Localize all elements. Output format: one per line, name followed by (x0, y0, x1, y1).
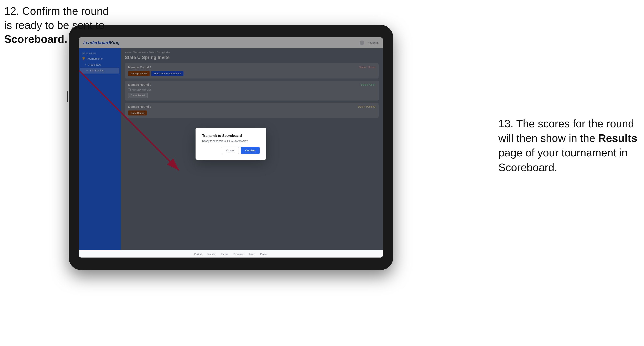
modal-confirm-button[interactable]: Confirm (241, 147, 260, 154)
transmit-modal: Transmit to Scoreboard Ready to send thi… (196, 128, 266, 160)
annotation-right: 13. The scores for the round will then s… (498, 116, 640, 175)
footer-link[interactable]: Product (194, 253, 202, 255)
modal-title: Transmit to Scoreboard (202, 134, 260, 138)
footer-link[interactable]: Resources (233, 253, 244, 255)
footer-link[interactable]: Privacy (260, 253, 268, 255)
modal-cancel-button[interactable]: Cancel (222, 147, 239, 154)
modal-subtitle: Ready to send this round to Scoreboard? (202, 140, 260, 143)
footer: ProductFeaturesPricingResourcesTermsPriv… (79, 250, 383, 258)
tablet-side-button (67, 91, 68, 102)
footer-link[interactable]: Features (207, 253, 216, 255)
tablet-screen: LeaderboardKing → Sign In MAIN MENU 🏆 To… (79, 37, 383, 258)
modal-backdrop: Transmit to Scoreboard Ready to send thi… (79, 37, 383, 250)
footer-link[interactable]: Terms (249, 253, 255, 255)
footer-link[interactable]: Pricing (221, 253, 228, 255)
tablet-device: LeaderboardKing → Sign In MAIN MENU 🏆 To… (69, 25, 393, 270)
